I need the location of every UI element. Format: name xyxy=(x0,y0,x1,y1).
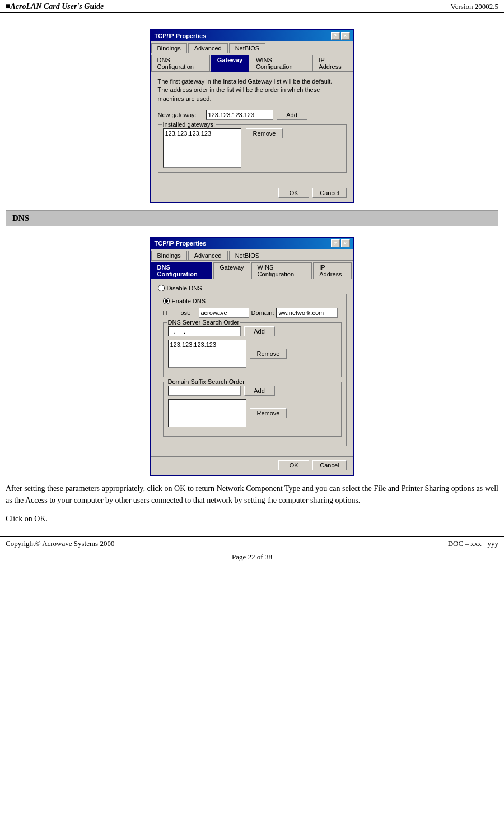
installed-gateways-list[interactable]: 123.123.123.123 xyxy=(163,128,241,168)
help-button[interactable]: ? xyxy=(331,32,340,40)
dns-tab-dns-config[interactable]: DNS Configuration xyxy=(151,262,213,279)
new-gateway-row: New gateway: Add xyxy=(158,110,347,120)
tab-gateway[interactable]: Gateway xyxy=(211,55,249,72)
dns-titlebar-buttons: ? × xyxy=(331,239,350,247)
tab-strip-bottom: DNS Configuration Gateway WINS Configura… xyxy=(151,53,353,72)
dns-dialog-footer: OK Cancel xyxy=(151,456,353,475)
gateway-titlebar: TCP/IP Properties ? × xyxy=(151,30,353,41)
close-button[interactable]: × xyxy=(341,32,350,40)
dns-section-label: DNS xyxy=(12,214,29,223)
dns-list-item: 123.123.123.123 xyxy=(170,341,244,348)
dns-ok-button[interactable]: OK xyxy=(278,460,309,470)
disable-dns-label: Disable DNS xyxy=(167,285,202,291)
new-gateway-input[interactable] xyxy=(206,110,273,120)
dns-server-input-row: Add xyxy=(168,326,337,336)
dns-section-header: DNS xyxy=(6,210,498,226)
version-text: Version 20002.5 xyxy=(451,2,498,11)
gateway-ok-button[interactable]: OK xyxy=(278,188,309,198)
tab-netbios[interactable]: NetBIOS xyxy=(229,43,265,53)
main-content: TCP/IP Properties ? × Bindings Advanced … xyxy=(0,13,504,476)
domain-list-row: Remove xyxy=(168,399,337,427)
domain-add-button[interactable]: Add xyxy=(244,386,275,396)
host-input[interactable] xyxy=(199,308,249,318)
tab-strip-top: Bindings Advanced NetBIOS xyxy=(151,41,353,53)
titlebar-buttons: ? × xyxy=(331,32,350,40)
dns-remove-button[interactable]: Remove xyxy=(250,349,287,359)
tab-dns-config[interactable]: DNS Configuration xyxy=(151,55,210,71)
dns-tab-strip-bottom: DNS Configuration Gateway WINS Configura… xyxy=(151,261,353,279)
remove-gateway-button[interactable]: Remove xyxy=(246,128,283,138)
tab-bindings[interactable]: Bindings xyxy=(151,43,187,53)
domain-label: Domain: xyxy=(251,309,274,316)
dns-tab-bindings[interactable]: Bindings xyxy=(151,251,187,260)
tab-ip-address[interactable]: IP Address xyxy=(312,55,352,71)
gateway-dialog: TCP/IP Properties ? × Bindings Advanced … xyxy=(150,29,354,203)
gateway-dialog-footer: OK Cancel xyxy=(151,184,353,202)
dns-dialog-title: TCP/IP Properties xyxy=(155,240,207,247)
dns-tab-advanced[interactable]: Advanced xyxy=(188,251,228,260)
gateway-cancel-button[interactable]: Cancel xyxy=(312,188,346,198)
domain-remove-button[interactable]: Remove xyxy=(250,408,287,418)
gateway-list-item: 123.123.123.123 xyxy=(165,130,239,137)
dns-help-button[interactable]: ? xyxy=(331,239,340,247)
host-label-full: ost: xyxy=(181,309,197,316)
dns-dialog: TCP/IP Properties ? × Bindings Advanced … xyxy=(150,237,354,476)
domain-suffix-input[interactable] xyxy=(168,386,241,396)
document-title: ■AcroLAN Card User's Guide xyxy=(6,2,104,11)
page-footer: Copyright© Acrowave Systems 2000 DOC – x… xyxy=(0,536,504,550)
dns-tab-netbios[interactable]: NetBIOS xyxy=(229,251,265,260)
dns-cancel-button[interactable]: Cancel xyxy=(312,460,346,470)
disable-dns-row: Disable DNS xyxy=(158,285,347,291)
dns-dialog-container: TCP/IP Properties ? × Bindings Advanced … xyxy=(6,237,498,476)
gateway-dialog-body: The first gateway in the Installed Gatew… xyxy=(151,72,353,184)
host-label: H xyxy=(163,309,179,316)
tab-advanced[interactable]: Advanced xyxy=(188,43,228,53)
body-paragraph-1: After setting these parameters appropria… xyxy=(6,483,498,506)
copyright-text: Copyright© Acrowave Systems 2000 xyxy=(6,539,114,548)
dns-server-list[interactable]: 123.123.123.123 xyxy=(168,340,246,368)
dns-tab-gateway[interactable]: Gateway xyxy=(213,262,250,279)
dns-titlebar: TCP/IP Properties ? × xyxy=(151,238,353,249)
dns-list-row: 123.123.123.123 Remove xyxy=(168,340,337,368)
installed-gateways-row: 123.123.123.123 Remove xyxy=(163,128,342,168)
gateway-info-text: The first gateway in the Installed Gatew… xyxy=(158,77,347,103)
dns-close-button[interactable]: × xyxy=(341,239,350,247)
tab-wins[interactable]: WINS Configuration xyxy=(250,55,311,71)
page-number: Page 22 of 38 xyxy=(0,550,504,565)
page-header: ■AcroLAN Card User's Guide Version 20002… xyxy=(0,0,504,13)
enable-dns-radio[interactable] xyxy=(163,298,170,304)
dns-dialog-body: Disable DNS Enable DNS H ost: Domain: xyxy=(151,279,353,456)
installed-gateways-label: Installed gateways: xyxy=(162,121,217,128)
domain-suffix-list[interactable] xyxy=(168,399,246,427)
dns-server-group: DNS Server Search Order Add 123.123.123.… xyxy=(163,322,342,377)
body-paragraph-2: Click on OK. xyxy=(6,513,498,525)
disable-dns-radio[interactable] xyxy=(158,285,165,291)
doc-ref: DOC – xxx - yyy xyxy=(448,539,498,548)
dns-server-input[interactable] xyxy=(168,326,241,336)
enable-dns-row: Enable DNS xyxy=(163,298,342,304)
add-gateway-button[interactable]: Add xyxy=(277,110,307,120)
dns-tab-wins[interactable]: WINS Configuration xyxy=(251,262,312,279)
domain-input[interactable] xyxy=(276,308,338,318)
dns-add-button[interactable]: Add xyxy=(244,326,275,336)
domain-suffix-group: Domain Suffix Search Order Add Remove xyxy=(163,382,342,437)
enable-dns-group: Enable DNS H ost: Domain: DNS Server Sea… xyxy=(158,294,347,446)
dns-tab-strip-top: Bindings Advanced NetBIOS xyxy=(151,249,353,261)
dns-server-label: DNS Server Search Order xyxy=(167,319,241,326)
installed-gateways-group: Installed gateways: 123.123.123.123 Remo… xyxy=(158,124,347,173)
domain-suffix-input-row: Add xyxy=(168,386,337,396)
host-domain-row: H ost: Domain: xyxy=(163,308,342,318)
gateway-dialog-title: TCP/IP Properties xyxy=(155,33,207,39)
enable-dns-label: Enable DNS xyxy=(172,298,206,304)
dns-tab-ip-address[interactable]: IP Address xyxy=(313,262,352,279)
new-gateway-label: New gateway: xyxy=(158,112,203,118)
domain-suffix-label: Domain Suffix Search Order xyxy=(167,378,246,385)
gateway-dialog-container: TCP/IP Properties ? × Bindings Advanced … xyxy=(6,29,498,203)
